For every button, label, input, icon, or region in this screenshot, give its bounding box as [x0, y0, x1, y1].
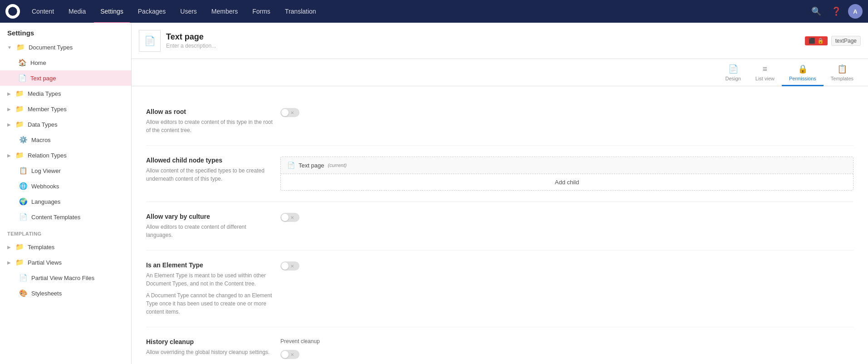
- sidebar-item-partial-view-macro-files[interactable]: 📄 Partial View Macro Files: [0, 270, 131, 285]
- allow-vary-info: Allow vary by culture Allow editors to c…: [146, 213, 273, 239]
- toggle-track[interactable]: ✕: [280, 108, 299, 117]
- alias-badge: ⬛ 🔒: [805, 36, 828, 45]
- sidebar-item-webhooks[interactable]: 🌐 Webhooks: [0, 178, 131, 194]
- templates-tab-icon: 📋: [837, 64, 847, 74]
- sidebar: Settings ▼ 📁 Document Types 🏠 Home 📄 Tex…: [0, 23, 132, 364]
- tab-design[interactable]: 📄 Design: [718, 60, 748, 86]
- sidebar-label-content-templates: Content Templates: [31, 214, 80, 221]
- arrow-icon: ▶: [7, 107, 11, 112]
- add-child-button[interactable]: Add child: [281, 174, 853, 190]
- is-element-type-desc2: A Document Type cannot be changed to an …: [146, 291, 273, 316]
- sidebar-label-media-types: Media Types: [28, 90, 61, 97]
- folder-icon: 📁: [15, 89, 24, 98]
- is-element-type-section: Is an Element Type An Element Type is me…: [146, 251, 853, 327]
- sidebar-item-content-templates[interactable]: 📄 Content Templates: [0, 209, 131, 225]
- child-type-icon: 📄: [287, 162, 295, 169]
- is-element-type-desc1: An Element Type is meant to be used with…: [146, 271, 273, 288]
- is-element-type-label: Is an Element Type: [146, 261, 273, 269]
- sidebar-label-text-page: Text page: [30, 75, 56, 82]
- is-element-type-info: Is an Element Type An Element Type is me…: [146, 261, 273, 316]
- sidebar-item-home[interactable]: 🏠 Home: [0, 55, 131, 70]
- nav-media[interactable]: Media: [62, 1, 92, 24]
- main-content: Allow as root Allow editors to create co…: [132, 86, 868, 364]
- avatar[interactable]: A: [848, 4, 863, 19]
- arrow-icon: ▶: [7, 260, 11, 265]
- allowed-child-types-control: 📄 Text page (current) Add child: [280, 157, 853, 191]
- sidebar-label-webhooks: Webhooks: [31, 183, 59, 190]
- toggle-x-icon: ✕: [290, 215, 294, 220]
- sidebar-item-data-types[interactable]: ▶ 📁 Data Types: [0, 117, 131, 132]
- header-description[interactable]: Enter a description...: [166, 43, 799, 49]
- allow-vary-toggle[interactable]: ✕: [280, 213, 299, 222]
- is-element-type-toggle[interactable]: ✕: [280, 261, 299, 271]
- sidebar-item-media-types[interactable]: ▶ 📁 Media Types: [0, 86, 131, 101]
- sidebar-label-partial-view-macro-files: Partial View Macro Files: [31, 275, 94, 281]
- logo[interactable]: [5, 4, 20, 19]
- folder-icon: 📁: [15, 105, 24, 113]
- sidebar-label-log-viewer: Log Viewer: [31, 167, 61, 174]
- header-text: Text page Enter a description...: [166, 32, 799, 49]
- arrow-icon: ▶: [7, 245, 11, 250]
- sidebar-label-document-types: Document Types: [29, 44, 73, 51]
- nav-users[interactable]: Users: [174, 1, 203, 24]
- sidebar-label-relation-types: Relation Types: [28, 152, 67, 159]
- content-templates-icon: 📄: [19, 213, 28, 221]
- allow-as-root-section: Allow as root Allow editors to create co…: [146, 97, 853, 146]
- main-layout: Settings ▼ 📁 Document Types 🏠 Home 📄 Tex…: [0, 23, 868, 364]
- arrow-icon: ▼: [7, 45, 12, 50]
- nav-settings[interactable]: Settings: [94, 1, 130, 24]
- toggle-track[interactable]: ✕: [280, 213, 299, 222]
- allow-vary-label: Allow vary by culture: [146, 213, 273, 220]
- nav-content[interactable]: Content: [25, 1, 60, 24]
- history-cleanup-desc: Allow overriding the global history clea…: [146, 348, 273, 356]
- stylesheets-icon: 🎨: [19, 289, 28, 297]
- toggle-track[interactable]: ✕: [280, 261, 299, 271]
- allowed-child-types-section: Allowed child node types Allow content o…: [146, 146, 853, 202]
- prevent-cleanup-toggle[interactable]: ✕: [280, 350, 853, 359]
- tab-list-view[interactable]: ≡ List view: [748, 61, 782, 86]
- sidebar-item-log-viewer[interactable]: 📋 Log Viewer: [0, 163, 131, 178]
- sidebar-item-stylesheets[interactable]: 🎨 Stylesheets: [0, 285, 131, 301]
- header-bar: 📄 Text page Enter a description... ⬛ 🔒 t…: [132, 23, 868, 59]
- toggle-thumb: [281, 351, 289, 358]
- toggle-thumb: [281, 109, 289, 116]
- alias-icon: ⬛: [809, 38, 815, 44]
- sidebar-item-text-page[interactable]: 📄 Text page: [0, 70, 131, 86]
- allow-vary-toggle-wrap: ✕: [280, 213, 853, 239]
- tab-bar: 📄 Design ≡ List view 🔒 Permissions 📋 Tem…: [132, 59, 868, 86]
- tab-templates[interactable]: 📋 Templates: [824, 60, 861, 86]
- sidebar-item-macros[interactable]: ⚙️ Macros: [0, 132, 131, 148]
- toggle-thumb: [281, 262, 289, 270]
- permissions-tab-icon: 🔒: [798, 64, 808, 74]
- tab-permissions[interactable]: 🔒 Permissions: [782, 60, 824, 86]
- toggle-x-icon: ✕: [290, 352, 294, 357]
- toggle-track[interactable]: ✕: [280, 350, 299, 359]
- nav-translation[interactable]: Translation: [279, 1, 323, 24]
- child-type-label: Text page: [299, 162, 324, 169]
- tab-design-label: Design: [726, 76, 741, 81]
- sidebar-item-partial-views[interactable]: ▶ 📁 Partial Views: [0, 255, 131, 270]
- design-tab-icon: 📄: [728, 64, 738, 74]
- top-navigation: Content Media Settings Packages Users Me…: [0, 0, 868, 23]
- tab-permissions-label: Permissions: [789, 76, 816, 81]
- sidebar-label-partial-views: Partial Views: [28, 259, 62, 266]
- search-button[interactable]: 🔍: [808, 3, 824, 20]
- nav-forms[interactable]: Forms: [246, 1, 277, 24]
- help-button[interactable]: ❓: [828, 3, 844, 20]
- nav-packages[interactable]: Packages: [132, 1, 172, 24]
- header-title: Text page: [166, 32, 799, 42]
- allow-as-root-toggle[interactable]: ✕: [280, 108, 299, 117]
- sidebar-item-document-types[interactable]: ▼ 📁 Document Types: [0, 39, 131, 55]
- webhooks-icon: 🌐: [19, 182, 28, 190]
- child-types-box: 📄 Text page (current) Add child: [280, 157, 853, 191]
- sidebar-item-relation-types[interactable]: ▶ 📁 Relation Types: [0, 148, 131, 163]
- sidebar-item-languages[interactable]: 🌍 Languages: [0, 194, 131, 209]
- sidebar-label-data-types: Data Types: [28, 121, 58, 128]
- sidebar-label-languages: Languages: [31, 198, 60, 205]
- allow-as-root-label: Allow as root: [146, 108, 273, 115]
- sidebar-item-member-types[interactable]: ▶ 📁 Member Types: [0, 101, 131, 117]
- history-cleanup-section: History cleanup Allow overriding the glo…: [146, 327, 853, 364]
- nav-members[interactable]: Members: [205, 1, 244, 24]
- log-icon: 📋: [19, 167, 28, 175]
- sidebar-item-templates[interactable]: ▶ 📁 Templates: [0, 239, 131, 255]
